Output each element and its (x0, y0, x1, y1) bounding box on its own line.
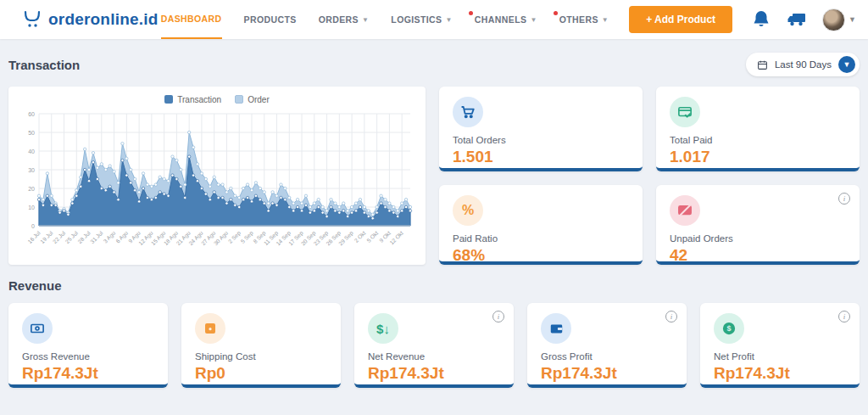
stat-label: Paid Ratio (453, 233, 629, 244)
svg-text:30 Agu: 30 Agu (213, 230, 230, 247)
stat-value: Rp174.3Jt (22, 364, 154, 383)
info-icon[interactable]: i (838, 193, 850, 205)
stat-label: Total Paid (670, 135, 846, 145)
stat-label: Total Orders (453, 135, 629, 145)
info-icon[interactable]: i (492, 311, 504, 322)
nav-products[interactable]: PRODUCTS (244, 0, 297, 39)
cart-icon (453, 97, 483, 127)
shipping-box-icon (195, 313, 225, 344)
svg-text:20: 20 (28, 186, 35, 192)
nav-logistics[interactable]: LOGISTICS▼ (391, 0, 453, 39)
info-icon[interactable]: i (838, 311, 850, 322)
stat-value: Rp174.3Jt (714, 364, 846, 383)
stat-label: Unpaid Orders (670, 233, 846, 244)
top-navigation-bar: orderonline.id DASHBOARD PRODUCTS ORDERS… (0, 0, 868, 39)
stat-value: Rp174.3Jt (541, 364, 673, 383)
svg-text:28 Jul: 28 Jul (76, 229, 92, 244)
nav-dashboard[interactable]: DASHBOARD (161, 0, 222, 39)
card-check-icon (670, 97, 700, 127)
notification-bell-icon[interactable] (751, 9, 771, 30)
notification-dot (554, 11, 558, 15)
wallet-icon (541, 313, 571, 344)
nav-others[interactable]: OTHERS▼ (559, 0, 609, 39)
gross-profit-card: i Gross Profit Rp174.3Jt (527, 303, 687, 388)
revenue-section-title: Revenue (8, 278, 62, 293)
stat-value: 1.017 (670, 148, 846, 166)
card-crossed-icon (670, 195, 700, 226)
nav-channels[interactable]: CHANNELS▼ (475, 0, 537, 39)
svg-text:50: 50 (28, 130, 35, 136)
stat-value: 42 (670, 246, 846, 265)
chevron-down-icon: ▼ (362, 16, 369, 24)
transaction-stats-grid: Total Orders 1.501 Total Paid 1.017 % (439, 87, 860, 265)
svg-text:10: 10 (28, 205, 35, 210)
svg-text:6 Agu: 6 Agu (114, 230, 130, 245)
svg-text:29 Sep: 29 Sep (337, 230, 355, 248)
dashboard-content: Transaction Last 90 Days ▼ Transaction (0, 39, 868, 388)
svg-text:25 Jul: 25 Jul (64, 229, 80, 244)
add-product-button[interactable]: + Add Product (629, 6, 732, 33)
transaction-section-header: Transaction Last 90 Days ▼ (8, 53, 860, 76)
user-menu[interactable]: ▼ (822, 8, 856, 31)
legend-transaction[interactable]: Transaction (164, 95, 221, 104)
net-profit-card: i $ Net Profit Rp174.3Jt (700, 303, 860, 388)
stat-value: Rp0 (195, 364, 327, 383)
stat-label: Shipping Cost (195, 351, 327, 362)
svg-text:5 Sep: 5 Sep (240, 230, 255, 245)
info-icon[interactable]: i (665, 311, 677, 322)
stat-value: Rp174.3Jt (368, 364, 500, 383)
transaction-chart-card: Transaction Order 010203040506016 Jul19 … (8, 87, 426, 265)
percent-icon: % (453, 195, 483, 226)
dollar-circle-icon: $ (714, 313, 744, 344)
stat-label: Net Revenue (368, 351, 500, 362)
svg-text:12 Okt: 12 Okt (388, 230, 404, 246)
svg-text:2 Sep: 2 Sep (227, 230, 242, 245)
transaction-section-title: Transaction (8, 58, 80, 72)
main-nav: DASHBOARD PRODUCTS ORDERS▼ LOGISTICS▼ CH… (161, 0, 609, 39)
svg-text:16 Jul: 16 Jul (26, 229, 42, 244)
orderonline-cart-logo-icon (22, 9, 42, 30)
transaction-swatch-icon (164, 95, 173, 104)
chevron-down-icon: ▼ (602, 16, 609, 24)
transaction-row: Transaction Order 010203040506016 Jul19 … (8, 87, 860, 265)
svg-text:40: 40 (28, 149, 35, 154)
stat-label: Gross Revenue (22, 351, 154, 362)
stat-value: 1.501 (453, 148, 629, 166)
stat-label: Gross Profit (541, 351, 673, 362)
calendar-icon (757, 59, 768, 70)
svg-text:$: $ (726, 324, 731, 333)
dashboard-page: orderonline.id DASHBOARD PRODUCTS ORDERS… (0, 0, 868, 415)
order-swatch-icon (235, 95, 243, 104)
legend-order[interactable]: Order (235, 95, 270, 104)
brand-logo[interactable]: orderonline.id (22, 9, 158, 30)
gross-revenue-card: Gross Revenue Rp174.3Jt (8, 303, 168, 388)
svg-text:60: 60 (28, 111, 35, 117)
shipping-cost-card: Shipping Cost Rp0 (181, 303, 341, 388)
paid-ratio-card: % Paid Ratio 68% (439, 185, 643, 265)
unpaid-orders-card: i Unpaid Orders 42 (656, 185, 860, 265)
stat-label: Net Profit (714, 351, 846, 362)
svg-text:0: 0 (31, 223, 35, 229)
total-paid-card: Total Paid 1.017 (656, 87, 860, 171)
chevron-down-icon: ▼ (838, 56, 855, 73)
date-range-label: Last 90 Days (775, 59, 832, 70)
delivery-truck-icon[interactable] (787, 9, 807, 30)
chevron-down-icon: ▼ (446, 16, 453, 24)
svg-text:30: 30 (28, 167, 35, 173)
svg-text:19 Jul: 19 Jul (39, 229, 54, 244)
revenue-section-header: Revenue (8, 278, 860, 293)
total-orders-card: Total Orders 1.501 (439, 87, 643, 171)
notification-dot (469, 11, 473, 15)
chevron-down-icon: ▼ (530, 16, 537, 24)
chart-legend: Transaction Order (17, 92, 417, 107)
date-range-selector[interactable]: Last 90 Days ▼ (746, 53, 860, 76)
transaction-order-area-chart[interactable]: 010203040506016 Jul19 Jul22 Jul25 Jul28 … (17, 107, 417, 260)
nav-orders[interactable]: ORDERS▼ (319, 0, 370, 39)
user-avatar (822, 8, 845, 31)
svg-text:2 Okt: 2 Okt (353, 230, 366, 244)
svg-text:5 Okt: 5 Okt (365, 230, 379, 244)
svg-text:3 Agu: 3 Agu (102, 230, 117, 245)
header-icons: ▼ (751, 8, 856, 31)
money-in-icon: $↓ (368, 313, 398, 344)
svg-text:31 Jul: 31 Jul (89, 229, 104, 244)
